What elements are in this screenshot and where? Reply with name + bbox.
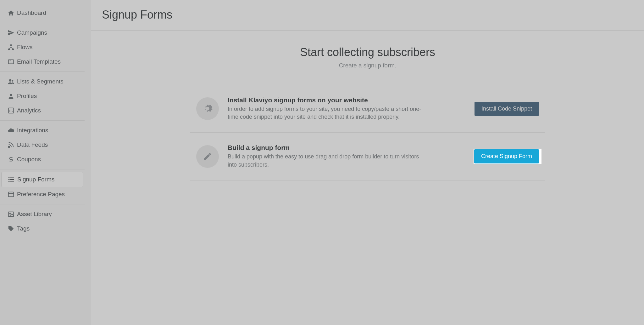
user-icon: [8, 93, 17, 100]
dollar-icon: [8, 156, 17, 163]
gears-icon: [196, 97, 219, 120]
svg-point-8: [10, 94, 12, 96]
nav-group: Dashboard: [0, 3, 85, 23]
sidebar: Dashboard Campaigns Flows Email Temp: [0, 0, 91, 325]
create-signup-form-button[interactable]: Create Signup Form: [474, 149, 539, 163]
sidebar-item-label: Campaigns: [17, 29, 47, 36]
svg-point-18: [9, 178, 9, 178]
sidebar-item-label: Analytics: [17, 107, 41, 114]
nav-group: Lists & Segments Profiles Analytics: [0, 72, 85, 121]
svg-point-1: [8, 48, 10, 50]
sidebar-item-label: Lists & Segments: [17, 78, 64, 85]
pencil-icon: [196, 145, 219, 168]
card-desc: In order to add signup forms to your sit…: [228, 105, 423, 121]
bar-chart-icon: [8, 107, 17, 114]
nav-group: Integrations Data Feeds Coupons: [0, 121, 85, 169]
sidebar-item-tags[interactable]: Tags: [1, 221, 85, 236]
sidebar-item-flows[interactable]: Flows: [1, 40, 85, 54]
svg-point-20: [9, 181, 9, 182]
svg-point-13: [8, 146, 10, 148]
sidebar-item-label: Coupons: [17, 156, 41, 163]
tag-icon: [8, 225, 17, 232]
svg-rect-21: [8, 192, 14, 197]
hero-subtitle: Create a signup form.: [339, 62, 397, 69]
install-code-snippet-button[interactable]: Install Code Snippet: [475, 102, 539, 116]
sidebar-item-asset-library[interactable]: Asset Library: [1, 207, 85, 221]
svg-point-6: [9, 79, 11, 82]
newspaper-icon: [8, 58, 17, 65]
sidebar-item-label: Asset Library: [17, 211, 52, 218]
sidebar-item-label: Email Templates: [17, 58, 61, 65]
sidebar-item-label: Signup Forms: [17, 176, 54, 183]
sidebar-item-label: Data Feeds: [17, 141, 48, 148]
card-text: Install Klaviyo signup forms on your web…: [228, 96, 466, 121]
users-icon: [8, 78, 17, 85]
sidebar-item-coupons[interactable]: Coupons: [1, 152, 85, 167]
sidebar-item-profiles[interactable]: Profiles: [1, 89, 85, 103]
card-install-snippet: Install Klaviyo signup forms on your web…: [190, 85, 545, 133]
svg-point-0: [10, 44, 12, 46]
svg-point-24: [9, 213, 11, 214]
card-list: Install Klaviyo signup forms on your web…: [190, 85, 545, 180]
app-root: Dashboard Campaigns Flows Email Temp: [0, 0, 644, 325]
card-build-form: Build a signup form Build a popup with t…: [190, 133, 545, 180]
card-title: Build a signup form: [228, 144, 459, 151]
sidebar-item-signup-forms[interactable]: Signup Forms: [1, 172, 83, 187]
sidebar-item-dashboard[interactable]: Dashboard: [1, 6, 85, 20]
svg-point-7: [12, 80, 14, 82]
sidebar-item-preference-pages[interactable]: Preference Pages: [1, 187, 85, 202]
sidebar-item-data-feeds[interactable]: Data Feeds: [1, 138, 85, 152]
svg-point-19: [9, 179, 9, 180]
sidebar-item-label: Preference Pages: [17, 191, 65, 198]
sidebar-item-label: Profiles: [17, 93, 37, 100]
page-header: Signup Forms: [91, 0, 644, 31]
hero-title: Start collecting subscribers: [300, 46, 435, 59]
sidebar-item-label: Flows: [17, 44, 33, 51]
svg-rect-23: [8, 212, 14, 217]
sidebar-item-label: Integrations: [17, 127, 48, 134]
sidebar-item-campaigns[interactable]: Campaigns: [1, 26, 85, 40]
rss-icon: [8, 141, 17, 148]
content-area: Start collecting subscribers Create a si…: [91, 31, 644, 325]
sitemap-icon: [8, 44, 17, 51]
card-text: Build a signup form Build a popup with t…: [228, 144, 465, 168]
sidebar-item-label: Dashboard: [17, 9, 46, 16]
list-icon: [8, 176, 17, 183]
image-icon: [8, 211, 17, 218]
nav-group: Asset Library Tags: [0, 204, 85, 238]
cloud-icon: [8, 127, 17, 134]
layout-icon: [8, 191, 17, 198]
nav-group: Signup Forms Preference Pages: [0, 169, 85, 204]
home-icon: [8, 9, 17, 16]
sidebar-item-integrations[interactable]: Integrations: [1, 123, 85, 138]
nav-group: Campaigns Flows Email Templates: [0, 23, 85, 72]
card-title: Install Klaviyo signup forms on your web…: [228, 96, 459, 104]
sidebar-item-label: Tags: [17, 225, 30, 232]
sidebar-item-lists-segments[interactable]: Lists & Segments: [1, 74, 85, 89]
paper-plane-icon: [8, 29, 17, 36]
card-desc: Build a popup with the easy to use drag …: [228, 153, 423, 168]
highlight-wrap: Create Signup Form: [474, 149, 539, 163]
page-title: Signup Forms: [102, 8, 633, 21]
sidebar-item-email-templates[interactable]: Email Templates: [1, 54, 85, 69]
main-content: Signup Forms Start collecting subscriber…: [91, 0, 644, 325]
sidebar-item-analytics[interactable]: Analytics: [1, 103, 85, 118]
